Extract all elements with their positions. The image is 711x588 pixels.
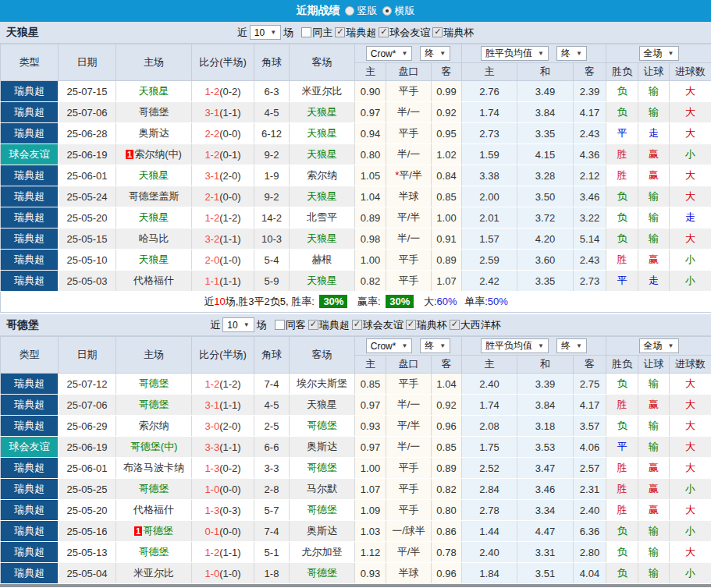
date-cell: 25-05-25 [59, 479, 116, 500]
radio-unselected-icon[interactable] [345, 6, 354, 16]
mean-draw-cell: 3.47 [517, 458, 574, 479]
home-team-cell: 哥德堡 [116, 395, 192, 416]
home-team-cell: 索尔纳 [116, 416, 192, 437]
chevron-down-icon: ▼ [668, 342, 674, 349]
fulltime-score: 3-2 [204, 233, 219, 245]
mean-home-cell: 2.08 [462, 416, 517, 437]
halftime-score: (0-0) [219, 128, 240, 140]
fulltime-score: 2-2 [204, 128, 219, 140]
odds-final-select[interactable]: 终▼ [420, 338, 450, 353]
games-count-value: 10 [227, 320, 237, 331]
checkbox-icon[interactable] [275, 320, 285, 330]
mean-select[interactable]: 胜平负均值▼ [481, 338, 549, 353]
competition-cell: 瑞典超 [1, 207, 59, 228]
away-team-name: 尤尔加登 [302, 546, 343, 558]
radio-selected-icon[interactable] [382, 6, 392, 16]
checkbox-checked-icon[interactable] [335, 27, 345, 37]
competition-cell: 瑞典超 [1, 81, 59, 102]
odds-away-cell: 0.96 [432, 416, 462, 437]
date-cell: 25-07-15 [59, 81, 116, 102]
fullmatch-group-header: 全场▼ [606, 337, 711, 356]
mean-away-cell: 2.80 [574, 542, 606, 563]
layout-radio-vertical[interactable]: 竖版 [345, 4, 378, 18]
rank-badge: 1 [134, 526, 142, 536]
competition-checkbox-label: 瑞典杯 [417, 318, 447, 332]
odds-away-cell: 0.78 [432, 542, 462, 563]
handicap-cell: 平/半 [386, 207, 432, 228]
mean-away-cell: 3.22 [574, 207, 606, 228]
competition-cell: 瑞典超 [1, 271, 59, 292]
competition-checkbox[interactable]: 瑞典超 [335, 26, 376, 40]
radio-horizontal-label: 横版 [395, 4, 415, 18]
window-edge [0, 584, 711, 587]
mean-away-cell: 2.40 [574, 500, 606, 521]
summary-cell: 近10场,胜3平2负5, 胜率: 30% 赢率: 30% 大:60% 单率:50… [1, 292, 711, 313]
competition-checkbox[interactable]: 球会友谊 [379, 26, 430, 40]
fullmatch-select[interactable]: 全场▼ [639, 338, 679, 353]
away-team-cell: 天狼星 [290, 123, 355, 144]
away-team-name: 米亚尔比 [302, 85, 343, 97]
date-cell: 25-07-12 [59, 374, 116, 395]
mean-final-select[interactable]: 终▼ [556, 46, 587, 61]
checkbox-checked-icon[interactable] [406, 320, 416, 330]
handicap-result-cell: 输 [638, 521, 670, 542]
layout-radio-horizontal[interactable]: 横版 [382, 4, 415, 18]
checkbox-checked-icon[interactable] [308, 320, 318, 330]
mean-away-cell: 2.39 [574, 81, 606, 102]
corner-cell: 5-9 [254, 271, 290, 292]
summary-near-label: 近 [204, 296, 214, 307]
goals-result-cell: 小 [670, 563, 711, 584]
halftime-score: (1-1) [219, 399, 240, 411]
checkbox-checked-icon[interactable] [379, 27, 389, 37]
corner-cell: 7-4 [254, 374, 290, 395]
home-team-cell: 哥德堡盖斯 [116, 186, 192, 207]
home-team-name: 哥德堡 [139, 483, 169, 494]
odds-away-cell: 1.00 [432, 207, 462, 228]
competition-checkbox[interactable]: 大西洋杯 [450, 318, 501, 332]
competition-checkbox[interactable]: 球会友谊 [352, 318, 403, 332]
same-venue-checkbox[interactable]: 同主 [301, 26, 332, 40]
handicap-cell: 平手 [386, 123, 432, 144]
competition-cell: 瑞典超 [1, 395, 59, 416]
checkbox-checked-icon[interactable] [352, 320, 362, 330]
checkbox-checked-icon[interactable] [450, 320, 460, 330]
handicap-cell: 半球 [386, 186, 432, 207]
score-cell: 0-1(0-0) [192, 521, 254, 542]
outcome-result-cell: 负 [606, 416, 638, 437]
fullmatch-select[interactable]: 全场▼ [639, 46, 679, 61]
odds-home-cell: 1.00 [355, 458, 386, 479]
handicap-cell: 半/一 [386, 144, 432, 165]
halftime-score: (0-0) [219, 484, 240, 495]
competition-checkbox-label: 瑞典超 [346, 26, 376, 40]
checkbox-checked-icon[interactable] [432, 27, 443, 37]
corner-cell: 9-2 [254, 186, 290, 207]
odds-company-select[interactable]: Crow*▼ [366, 46, 413, 61]
competition-checkbox[interactable]: 瑞典杯 [406, 318, 447, 332]
match-row: 瑞典超25-06-01布洛马波卡纳1-3(0-2)3-3哥德堡1.00平手0.8… [1, 458, 711, 479]
mean-final-select[interactable]: 终▼ [556, 338, 587, 353]
match-row: 瑞典超25-05-03代格福什1-1(1-1)5-9天狼星0.82平手1.072… [1, 271, 711, 292]
competition-cell: 瑞典超 [1, 563, 59, 584]
checkbox-icon[interactable] [301, 27, 311, 37]
competition-checkbox[interactable]: 瑞典杯 [432, 26, 474, 40]
date-cell: 25-05-20 [59, 207, 116, 228]
odds-final-select[interactable]: 终▼ [420, 46, 450, 61]
odds-final-value: 终 [425, 47, 434, 60]
odds-away-cell: 0.86 [432, 521, 462, 542]
score-cell: 2-0(1-0) [192, 250, 254, 271]
odds-company-select[interactable]: Crow*▼ [366, 338, 413, 353]
odds-home-cell: 1.03 [355, 521, 386, 542]
mean-away-cell: 5.14 [574, 228, 606, 250]
competition-checkbox[interactable]: 瑞典超 [308, 318, 350, 332]
odd-rate-value: 50% [488, 296, 508, 307]
mean-home-cell: 2.42 [462, 271, 517, 292]
same-venue-checkbox[interactable]: 同客 [275, 318, 306, 332]
score-cell: 3-3(1-1) [192, 437, 254, 458]
same-venue-checkbox-label: 同主 [312, 26, 332, 40]
mean-select[interactable]: 胜平负均值▼ [481, 46, 549, 61]
corner-cell: 1-8 [254, 563, 290, 584]
games-count-select[interactable]: 10▼ [222, 317, 254, 332]
away-team-name: 哥德堡 [307, 567, 337, 579]
score-cell: 1-0(1-0) [192, 563, 254, 584]
games-count-select[interactable]: 10▼ [250, 25, 281, 40]
